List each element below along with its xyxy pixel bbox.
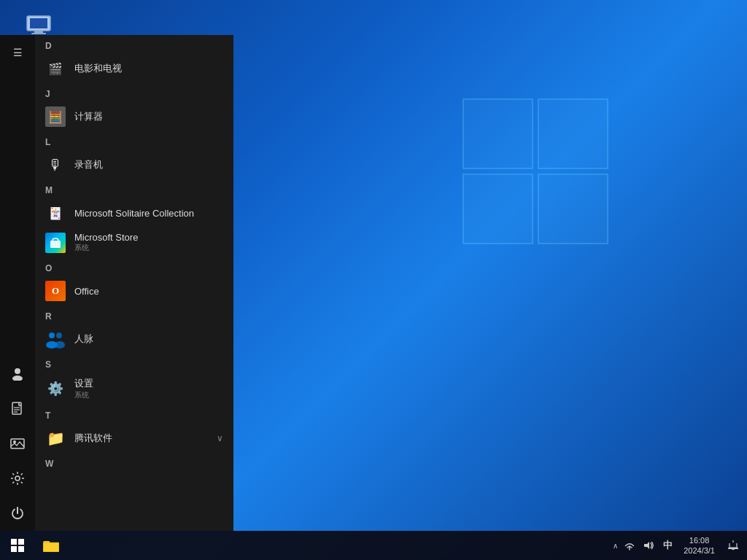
app-item-solitaire[interactable]: 🃏 Microsoft Solitaire Collection: [35, 198, 233, 228]
section-header-o: O: [35, 257, 233, 276]
svg-rect-13: [50, 241, 61, 248]
svg-point-4: [15, 368, 20, 374]
people-icon: [45, 329, 66, 349]
svg-rect-20: [11, 546, 17, 552]
people-svg-icon: [45, 329, 66, 349]
svg-rect-21: [18, 546, 24, 552]
settings-sidebar-icon: [10, 471, 25, 486]
photos-button[interactable]: [0, 426, 35, 461]
start-menu: ☰: [0, 35, 233, 531]
app-item-tencent[interactable]: 📁 腾讯软件 ∨: [35, 424, 233, 453]
taskbar-tray: ∧ 中 16:08: [611, 531, 747, 560]
desktop-windows-logo: [462, 98, 608, 244]
notification-button[interactable]: [722, 531, 744, 560]
office-icon: O: [45, 281, 66, 301]
app-subtitle-settings: 系统: [74, 390, 223, 400]
win-quad-tr: [538, 98, 608, 169]
system-clock[interactable]: 16:08 2024/3/1: [678, 531, 721, 560]
user-icon: [10, 366, 25, 381]
clock-date: 2024/3/1: [684, 545, 715, 556]
this-pc-icon: [24, 13, 53, 36]
solitaire-icon: 🃏: [45, 203, 66, 223]
svg-rect-1: [30, 18, 47, 28]
power-icon: [10, 506, 25, 521]
app-name-solitaire: Microsoft Solitaire Collection: [74, 208, 223, 219]
start-menu-sidebar: ☰: [0, 35, 35, 531]
start-button[interactable]: [0, 531, 35, 560]
hamburger-button[interactable]: ☰: [0, 35, 35, 70]
tencent-expand-icon: ∨: [217, 433, 223, 443]
app-item-store[interactable]: Microsoft Store 系统: [35, 228, 233, 257]
app-subtitle-store: 系统: [74, 243, 223, 253]
svg-point-5: [12, 376, 23, 381]
win-quad-bl: [462, 174, 533, 244]
settings-icon: ⚙️: [45, 378, 66, 399]
svg-rect-3: [31, 33, 46, 34]
svg-point-17: [55, 341, 65, 349]
store-icon: [45, 233, 66, 253]
section-header-t: T: [35, 405, 233, 424]
network-tray-icon[interactable]: [621, 531, 638, 560]
photos-icon: [10, 437, 25, 450]
section-header-d: D: [35, 35, 233, 54]
app-item-people[interactable]: 人脉: [35, 324, 233, 354]
svg-rect-25: [728, 548, 738, 549]
app-name-film: 电影和电视: [74, 62, 223, 75]
app-name-tencent: 腾讯软件: [74, 432, 208, 445]
section-header-s: S: [35, 354, 233, 373]
app-item-office[interactable]: O Office: [35, 276, 233, 306]
power-button[interactable]: [0, 496, 35, 531]
app-name-store: Microsoft Store: [74, 232, 223, 243]
recorder-icon: 🎙: [45, 155, 66, 175]
film-icon: 🎬: [45, 58, 66, 79]
notification-icon: [727, 540, 739, 551]
settings-sidebar-button[interactable]: [0, 461, 35, 496]
svg-rect-2: [34, 31, 43, 33]
ime-indicator[interactable]: 中: [659, 531, 676, 560]
app-name-settings: 设置: [74, 377, 223, 390]
app-name-recorder: 录音机: [74, 158, 223, 171]
taskbar: ∧ 中 16:08: [0, 531, 747, 560]
win-quad-br: [538, 174, 608, 244]
svg-rect-18: [11, 539, 17, 545]
win-quad-tl: [462, 98, 533, 169]
tencent-folder-icon: 📁: [45, 428, 66, 448]
svg-rect-10: [11, 439, 24, 448]
section-header-j: J: [35, 83, 233, 102]
app-name-people: 人脉: [74, 332, 223, 346]
volume-tray-icon[interactable]: [640, 531, 657, 560]
app-item-recorder[interactable]: 🎙 录音机: [35, 150, 233, 179]
app-item-calculator[interactable]: 🧮 计算器: [35, 102, 233, 131]
section-header-r: R: [35, 306, 233, 324]
user-button[interactable]: [0, 356, 35, 391]
taskbar-file-explorer-button[interactable]: [35, 531, 67, 560]
app-name-office: Office: [74, 286, 223, 297]
file-explorer-icon: [43, 539, 59, 552]
document-button[interactable]: [0, 391, 35, 426]
svg-point-12: [15, 476, 20, 481]
windows-logo-icon: [11, 539, 24, 552]
app-name-calculator: 计算器: [74, 110, 223, 123]
app-item-film[interactable]: 🎬 电影和电视: [35, 54, 233, 83]
network-icon: [624, 540, 635, 551]
svg-point-15: [56, 332, 62, 338]
svg-rect-19: [18, 539, 24, 545]
app-list: D 🎬 电影和电视 J 🧮 计算器 L 🎙 录音机: [35, 35, 233, 531]
section-header-m: M: [35, 179, 233, 198]
clock-time: 16:08: [689, 535, 710, 545]
svg-point-14: [49, 332, 55, 338]
svg-rect-24: [44, 543, 58, 551]
desktop: 此电脑 ☰: [0, 0, 747, 560]
tray-expand-button[interactable]: ∧: [611, 542, 619, 550]
store-inner-icon: [50, 237, 61, 249]
section-header-w: W: [35, 453, 233, 472]
volume-icon: [643, 540, 654, 551]
document-icon: [11, 401, 24, 416]
section-header-l: L: [35, 131, 233, 150]
app-item-settings[interactable]: ⚙️ 设置 系统: [35, 373, 233, 405]
calc-icon: 🧮: [45, 106, 66, 127]
